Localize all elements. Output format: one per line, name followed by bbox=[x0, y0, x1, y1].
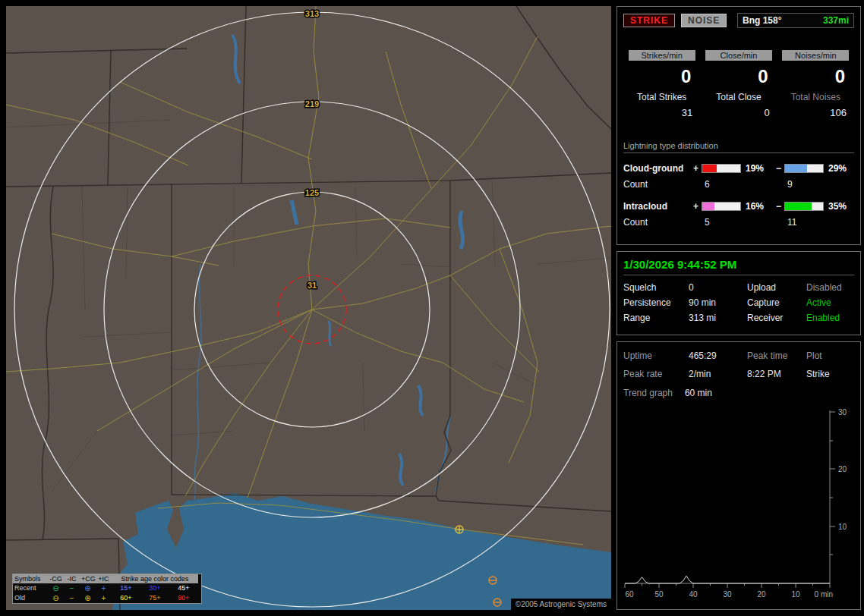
trend-graph-label: Trend graph bbox=[623, 388, 673, 401]
ic-neg-count: 11 bbox=[784, 217, 824, 232]
strikes-per-min-label: Strikes/min bbox=[629, 50, 695, 61]
age-15: 15+ bbox=[112, 583, 140, 593]
pos-ic-symbol-icon: + bbox=[96, 583, 112, 593]
stats-panel: Uptime 465:29 Peak time Plot Peak rate 2… bbox=[616, 341, 861, 610]
x-tick-30: 30 bbox=[723, 590, 732, 599]
trend-graph: 30 20 10 60 50 40 30 20 10 0 min bbox=[623, 404, 856, 603]
peak-time-label: Peak time bbox=[747, 350, 806, 361]
count-label: Count bbox=[623, 179, 690, 194]
y-tick-10: 10 bbox=[838, 523, 847, 531]
x-tick-10: 10 bbox=[791, 590, 800, 599]
uptime-label: Uptime bbox=[623, 350, 689, 361]
stormvue-app: 313 219 125 31 Symbols -CG -IC +CG +IC S… bbox=[0, 0, 864, 616]
noise-indicator[interactable]: NOISE bbox=[681, 14, 727, 27]
legend-age-header: Strike age color codes bbox=[112, 574, 198, 583]
total-noises-value: 106 bbox=[777, 107, 854, 118]
age-90: 90+ bbox=[169, 593, 198, 603]
receiver-status: Enabled bbox=[806, 313, 854, 323]
age-60: 60+ bbox=[112, 593, 140, 603]
legend-row-recent-label: Recent bbox=[13, 583, 48, 593]
peak-rate-label: Peak rate bbox=[623, 369, 689, 379]
bearing-label: Bng 158° bbox=[743, 15, 781, 26]
settings-panel: 1/30/2026 9:44:52 PM Squelch 0 Upload Di… bbox=[616, 251, 861, 335]
y-tick-30: 30 bbox=[838, 408, 847, 416]
legend-col-pos-cg: +CG bbox=[80, 574, 96, 583]
total-noises-label: Total Noises bbox=[777, 92, 854, 102]
map-canvas: 313 219 125 31 bbox=[6, 6, 611, 610]
squelch-label: Squelch bbox=[623, 282, 689, 293]
ring-label-313: 313 bbox=[305, 9, 319, 18]
cg-neg-pct: 29% bbox=[825, 163, 856, 174]
intracloud-count-row: Count 5 11 bbox=[623, 217, 854, 232]
range-value: 313 mi bbox=[689, 313, 747, 323]
x-tick-60: 60 bbox=[625, 590, 634, 599]
neg-ic-symbol-icon: − bbox=[64, 583, 80, 593]
cg-neg-bar bbox=[784, 164, 824, 173]
x-tick-20: 20 bbox=[757, 590, 766, 599]
pos-cg-symbol-icon: ⊕ bbox=[80, 583, 96, 593]
trend-window-value: 60 min bbox=[685, 388, 712, 401]
status-panel: STRIKE NOISE Bng 158° 337mi Strikes/min … bbox=[616, 6, 861, 245]
legend-col-neg-ic: -IC bbox=[64, 574, 80, 583]
upload-label: Upload bbox=[747, 282, 806, 293]
plus-sign: + bbox=[692, 201, 700, 212]
cg-pos-count: 6 bbox=[702, 179, 741, 194]
minus-sign: − bbox=[774, 201, 783, 212]
neg-cg-symbol-icon: ⊖ bbox=[48, 593, 64, 603]
range-label: Range bbox=[623, 313, 689, 323]
intracloud-row: Intracloud + 16% − 35% bbox=[623, 199, 854, 214]
total-close-label: Total Close bbox=[700, 92, 777, 102]
cg-pos-bar bbox=[702, 164, 741, 173]
squelch-value: 0 bbox=[689, 282, 747, 293]
pos-cg-strike-icon bbox=[456, 526, 463, 533]
lightning-map[interactable]: 313 219 125 31 Symbols -CG -IC +CG +IC S… bbox=[6, 6, 611, 610]
strikes-per-min-value: 0 bbox=[623, 66, 700, 87]
legend-row-old-label: Old bbox=[13, 593, 48, 603]
plot-value: Strike bbox=[806, 369, 854, 379]
map-legend: Symbols -CG -IC +CG +IC Strike age color… bbox=[12, 574, 202, 604]
intracloud-label: Intracloud bbox=[623, 201, 690, 212]
minus-sign: − bbox=[774, 163, 783, 174]
legend-col-pos-ic: +IC bbox=[96, 574, 112, 583]
ic-neg-pct: 35% bbox=[825, 201, 856, 212]
trend-line bbox=[625, 576, 830, 583]
noises-per-min-value: 0 bbox=[777, 66, 854, 87]
x-tick-50: 50 bbox=[654, 590, 664, 599]
peak-rate-value: 2/min bbox=[689, 369, 747, 379]
age-30: 30+ bbox=[140, 583, 169, 593]
close-per-min-value: 0 bbox=[700, 66, 777, 87]
strike-indicator[interactable]: STRIKE bbox=[623, 14, 675, 27]
capture-label: Capture bbox=[747, 297, 806, 308]
capture-status: Active bbox=[806, 297, 854, 308]
uptime-value: 465:29 bbox=[689, 350, 747, 361]
cloud-ground-count-row: Count 6 9 bbox=[623, 179, 854, 194]
total-strikes-value: 31 bbox=[623, 107, 700, 118]
pos-ic-symbol-icon: + bbox=[96, 593, 112, 603]
ring-label-31: 31 bbox=[307, 281, 317, 290]
total-close-value: 0 bbox=[700, 107, 777, 118]
ring-label-125: 125 bbox=[305, 188, 319, 197]
count-label: Count bbox=[623, 217, 690, 232]
distribution-title: Lightning type distribution bbox=[623, 141, 854, 153]
side-panel: STRIKE NOISE Bng 158° 337mi Strikes/min … bbox=[616, 6, 861, 610]
close-per-min-label: Close/min bbox=[705, 50, 772, 61]
cg-pos-pct: 19% bbox=[743, 163, 773, 174]
persistence-label: Persistence bbox=[623, 297, 689, 308]
bearing-display: Bng 158° 337mi bbox=[737, 13, 854, 28]
persistence-value: 90 min bbox=[689, 297, 747, 308]
neg-cg-symbol-icon: ⊖ bbox=[48, 583, 64, 593]
receiver-label: Receiver bbox=[747, 313, 806, 323]
ic-neg-bar bbox=[784, 202, 824, 211]
age-45: 45+ bbox=[169, 583, 198, 593]
ic-pos-pct: 16% bbox=[743, 201, 773, 212]
legend-col-neg-cg: -CG bbox=[48, 574, 64, 583]
legend-symbols-header: Symbols bbox=[13, 574, 48, 583]
datetime-display: 1/30/2026 9:44:52 PM bbox=[623, 258, 854, 275]
noises-per-min-label: Noises/min bbox=[782, 50, 849, 61]
x-tick-40: 40 bbox=[689, 590, 698, 599]
cg-neg-count: 9 bbox=[784, 179, 824, 194]
plot-label: Plot bbox=[806, 350, 854, 361]
ring-label-219: 219 bbox=[305, 99, 319, 108]
neg-ic-symbol-icon: − bbox=[64, 593, 80, 603]
age-75: 75+ bbox=[140, 593, 169, 603]
